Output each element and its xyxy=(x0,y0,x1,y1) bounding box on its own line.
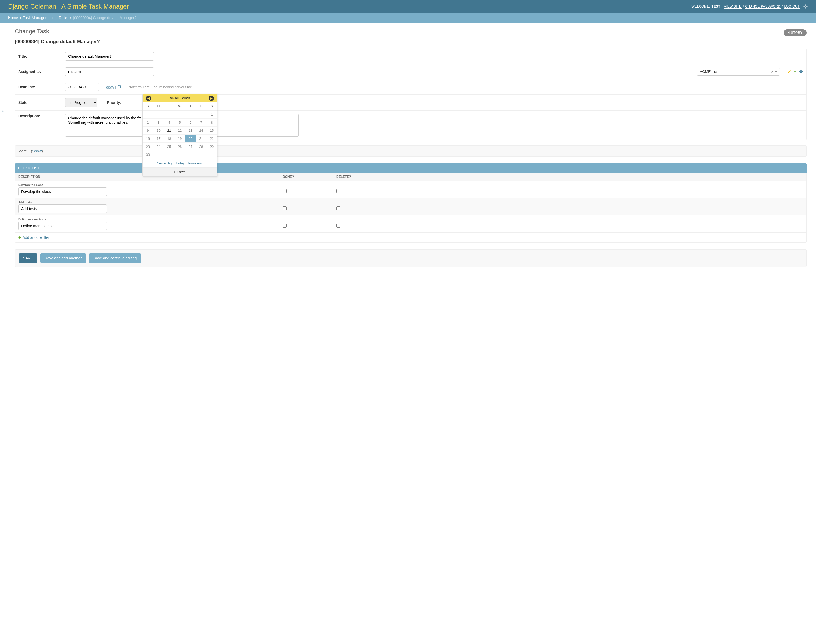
calendar-day[interactable]: 25 xyxy=(164,143,175,151)
calendar-day[interactable]: 4 xyxy=(164,119,175,127)
calendar-day[interactable]: 1 xyxy=(206,110,217,119)
calendar-day[interactable]: 7 xyxy=(196,119,207,127)
calendar-day[interactable]: 12 xyxy=(175,127,185,135)
calendar-day xyxy=(175,151,185,159)
calendar-day[interactable]: 19 xyxy=(175,135,185,143)
item-description-input[interactable] xyxy=(18,204,107,213)
save-continue-button[interactable]: Save and continue editing xyxy=(89,253,141,263)
resolution-textarea[interactable] xyxy=(213,114,299,136)
calendar-day[interactable]: 20 xyxy=(185,135,196,143)
title-label: Title: xyxy=(18,54,60,58)
header: Django Coleman - A Simple Task Manager W… xyxy=(0,0,816,13)
calendar-day[interactable]: 13 xyxy=(185,127,196,135)
item-description-input[interactable] xyxy=(18,187,107,196)
partner-select[interactable]: ACME Inc × xyxy=(697,67,780,76)
partner-value: ACME Inc xyxy=(700,69,717,74)
deadline-input[interactable] xyxy=(65,83,99,91)
calendar-day[interactable]: 21 xyxy=(196,135,207,143)
assigned-to-input[interactable] xyxy=(65,67,154,76)
calendar-day[interactable]: 3 xyxy=(153,119,164,127)
item-done-checkbox[interactable] xyxy=(283,206,287,210)
calendar-day[interactable]: 10 xyxy=(153,127,164,135)
calendar-day xyxy=(175,110,185,119)
add-icon[interactable] xyxy=(793,69,797,74)
submit-row: SAVE Save and add another Save and conti… xyxy=(15,249,807,267)
partner-related-tools xyxy=(787,69,803,74)
calendar-dow: S xyxy=(206,102,217,110)
title-input[interactable] xyxy=(65,52,154,61)
view-icon[interactable] xyxy=(799,69,803,74)
logout-link[interactable]: LOG OUT xyxy=(784,5,800,9)
history-button[interactable]: HISTORY xyxy=(784,29,807,36)
calendar-day xyxy=(196,110,207,119)
breadcrumb-app[interactable]: Task Management xyxy=(23,15,54,20)
view-site-link[interactable]: VIEW SITE xyxy=(724,5,741,9)
change-password-link[interactable]: CHANGE PASSWORD xyxy=(745,5,780,9)
sidebar-toggle[interactable]: » xyxy=(0,23,5,278)
priority-label: Priority: xyxy=(107,100,121,105)
breadcrumb-model[interactable]: Tasks xyxy=(58,15,68,20)
calendar-day[interactable]: 9 xyxy=(143,127,153,135)
item-label: Define manual tests xyxy=(18,218,803,221)
save-button[interactable]: SAVE xyxy=(19,253,37,263)
calendar-icon[interactable] xyxy=(117,85,121,89)
today-shortcut-link[interactable]: Today xyxy=(175,161,185,165)
calendar-day xyxy=(206,151,217,159)
partner-clear-icon[interactable]: × xyxy=(771,69,773,74)
calendar-day[interactable]: 6 xyxy=(185,119,196,127)
today-link[interactable]: Today xyxy=(104,85,114,89)
item-delete-checkbox[interactable] xyxy=(336,206,341,210)
calendar-prev-button[interactable]: ◀ xyxy=(146,95,151,101)
item-delete-checkbox[interactable] xyxy=(336,189,341,193)
more-collapse: More... (Show) xyxy=(15,146,807,157)
calendar-day[interactable]: 30 xyxy=(143,151,153,159)
calendar-day[interactable]: 15 xyxy=(206,127,217,135)
edit-icon[interactable] xyxy=(787,69,791,74)
item-delete-checkbox[interactable] xyxy=(336,224,341,227)
calendar-day[interactable]: 17 xyxy=(153,135,164,143)
add-item-link[interactable]: ✚Add another Item xyxy=(18,235,51,240)
timezone-note: Note: You are 3 hours behind server time… xyxy=(129,85,193,89)
calendar-day[interactable]: 23 xyxy=(143,143,153,151)
description-label: Description: xyxy=(18,114,60,118)
calendar-grid: SMTWTFS 12345678910111213141516171819202… xyxy=(143,102,217,159)
theme-toggle-icon[interactable] xyxy=(803,4,808,9)
calendar-day[interactable]: 8 xyxy=(206,119,217,127)
breadcrumb-home[interactable]: Home xyxy=(8,15,18,20)
calendar-day[interactable]: 14 xyxy=(196,127,207,135)
calendar-dow: T xyxy=(164,102,175,110)
calendar-dow: M xyxy=(153,102,164,110)
calendar-day[interactable]: 24 xyxy=(153,143,164,151)
calendar-day[interactable]: 11 xyxy=(164,127,175,135)
calendar-day[interactable]: 29 xyxy=(206,143,217,151)
checklist-row: Define manual tests xyxy=(15,215,806,233)
partner-dropdown-icon[interactable] xyxy=(775,71,777,72)
tomorrow-link[interactable]: Tomorrow xyxy=(187,161,202,165)
calendar-day[interactable]: 5 xyxy=(175,119,185,127)
object-title: [00000004] Change default Manager? xyxy=(15,39,807,44)
calendar-day[interactable]: 16 xyxy=(143,135,153,143)
calendar-day[interactable]: 2 xyxy=(143,119,153,127)
checklist-section: CHECK LIST DESCRIPTION DONE? DELETE? Dev… xyxy=(15,163,807,242)
calendar-day[interactable]: 22 xyxy=(206,135,217,143)
calendar-month-label: APRIL 2023 xyxy=(170,96,190,100)
calendar-day xyxy=(185,151,196,159)
item-done-checkbox[interactable] xyxy=(283,189,287,193)
item-done-checkbox[interactable] xyxy=(283,224,287,227)
calendar-day[interactable]: 27 xyxy=(185,143,196,151)
username: TEST xyxy=(712,5,721,8)
calendar-next-button[interactable]: ▶ xyxy=(209,95,214,101)
calendar-day[interactable]: 28 xyxy=(196,143,207,151)
item-description-input[interactable] xyxy=(18,222,107,230)
save-add-another-button[interactable]: Save and add another xyxy=(40,253,86,263)
calendar-dow: F xyxy=(196,102,207,110)
calendar-day[interactable]: 18 xyxy=(164,135,175,143)
col-delete: DELETE? xyxy=(336,175,803,179)
calendar-day[interactable]: 26 xyxy=(175,143,185,151)
site-title[interactable]: Django Coleman - A Simple Task Manager xyxy=(8,3,129,10)
show-link[interactable]: Show xyxy=(32,149,41,153)
yesterday-link[interactable]: Yesterday xyxy=(157,161,172,165)
item-label: Develop the class xyxy=(18,183,803,187)
state-select[interactable]: In Progress xyxy=(65,98,97,107)
calendar-cancel-link[interactable]: Cancel xyxy=(174,170,186,174)
